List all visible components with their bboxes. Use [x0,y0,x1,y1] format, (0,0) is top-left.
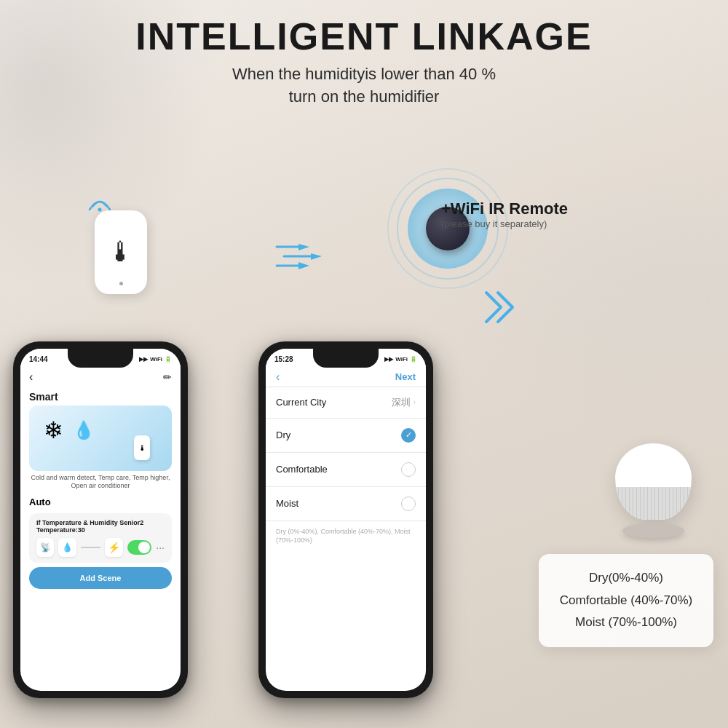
water-icon-btn: 💧 [58,538,76,557]
automation-card-title: If Temperature & Humidity Senior2 Temper… [36,519,165,534]
chevron-icon: › [414,398,416,406]
wifi-ir-label: +WiFi IR Remote (please buy it separatel… [441,199,568,229]
option-comfortable-label: Comfortable [276,464,328,475]
wifi-icon-right: WiFi [395,356,408,363]
phone-notch-right [313,349,379,368]
phone-frame-right: 15:28 ▶▶ WiFi 🔋 ‹ Next Current City [258,341,433,698]
automation-card: If Temperature & Humidity Senior2 Temper… [29,513,172,563]
arrow-line [81,547,101,548]
blue-arrows-decoration [480,287,521,330]
city-name: 深圳 [392,396,411,409]
add-scene-button[interactable]: Add Scene [29,567,172,589]
wifi-ir-title: +WiFi IR Remote [441,199,568,218]
option-moist-row[interactable]: Moist [266,487,426,521]
edit-icon-left[interactable]: ✏ [163,371,172,383]
ac-icon: ❄ [44,416,63,444]
hint-text: Dry (0%-40%), Comfortable (40%-70%), Moi… [266,521,426,551]
option-dry-label: Dry [276,430,290,440]
radio-dry-checked: ✓ [401,428,416,443]
info-item-comfortable: Comfortable (40%-70%) [555,590,697,612]
info-item-moist: Moist (70%-100%) [555,612,697,634]
back-arrow-left[interactable]: ‹ [29,371,33,384]
sensor-small-icon: 🌡 [134,435,150,460]
arrow-right [273,238,339,277]
thermometer-icon: 🌡 [107,237,135,268]
svg-point-0 [98,207,102,211]
toggle-on[interactable] [127,540,152,555]
time-left: 14:44 [29,355,48,363]
option-comfortable-row[interactable]: Comfortable [266,453,426,487]
status-icons-left: ▶▶ WiFi 🔋 [139,356,172,363]
more-icon[interactable]: ··· [156,542,165,553]
phone-notch-left [68,349,133,368]
phone-nav-left: ‹ ✏ [20,368,181,387]
right-phone-nav: ‹ Next [266,368,426,387]
phone-right: 15:28 ▶▶ WiFi 🔋 ‹ Next Current City [258,341,433,698]
battery-icon-left: 🔋 [165,356,172,363]
city-label: Current City [276,397,326,408]
info-box: Dry(0%-40%) Comfortable (40%-70%) Moist … [539,554,713,647]
wifi-ir-subtitle: (please buy it separately) [441,218,568,229]
phone-screen-left: 14:44 ▶▶ WiFi 🔋 ‹ ✏ Smart ❄ 💧 [20,349,181,691]
sensor-device: 🌡 [95,210,147,294]
wifi-icon-left: WiFi [150,356,162,363]
main-title: INTELLIGENT LINKAGE [0,16,728,58]
subtitle-line1: When the humidityis lower than 40 % [232,65,496,83]
current-city-row[interactable]: Current City 深圳 › [266,387,426,419]
subtitle: When the humidityis lower than 40 % turn… [0,63,728,108]
outlet-icon: ⚡ [105,538,122,557]
battery-icon-right: 🔋 [410,356,417,363]
option-moist-label: Moist [276,498,298,509]
next-button-right[interactable]: Next [395,371,416,382]
back-button-right[interactable]: ‹ [276,371,280,384]
city-value: 深圳 › [392,396,416,409]
sensor-dot [119,282,123,285]
automation-card-row: 📡 💧 ⚡ ··· [36,538,165,557]
content-area: 🌡 +WiFi IR Remote (please buy it separat… [0,108,728,705]
automation-image: ❄ 💧 🌡 [29,405,172,471]
radio-moist [401,496,416,511]
subtitle-line2: turn on the humidifier [289,87,440,106]
automation-desc: Cold and warm detect, Temp care, Temp hi… [29,474,172,491]
radio-comfortable [401,462,416,477]
status-icons-right: ▶▶ WiFi 🔋 [384,356,417,363]
info-item-dry: Dry(0%-40%) [555,567,697,590]
section-smart: Smart [20,387,181,405]
auto-label: Auto [20,494,181,510]
phone-screen-right: 15:28 ▶▶ WiFi 🔋 ‹ Next Current City [266,349,426,691]
option-dry-row[interactable]: Dry ✓ [266,419,426,453]
sensor-icon-btn: 📡 [36,538,54,557]
time-right: 15:28 [274,355,293,363]
sensor-body: 🌡 [95,210,147,294]
signal-icon-right: ▶▶ [384,356,393,363]
phone-left: 14:44 ▶▶ WiFi 🔋 ‹ ✏ Smart ❄ 💧 [13,341,188,698]
smart-speaker [615,443,692,538]
signal-icon-left: ▶▶ [139,356,148,363]
header: INTELLIGENT LINKAGE When the humidityis … [0,0,728,108]
phone-frame-left: 14:44 ▶▶ WiFi 🔋 ‹ ✏ Smart ❄ 💧 [13,341,188,698]
